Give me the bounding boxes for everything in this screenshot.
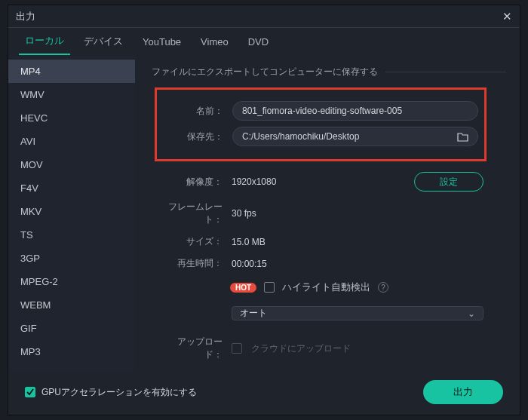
sidebar-item-mpeg2[interactable]: MPEG-2 (8, 270, 135, 293)
size-label: サイズ： (162, 235, 223, 248)
framerate-value: 30 fps (232, 208, 256, 219)
tab-device[interactable]: デバイス (78, 29, 129, 54)
export-button[interactable]: 出力 (423, 380, 503, 404)
window-title: 出力 (16, 10, 35, 23)
sidebar-item-3gp[interactable]: 3GP (8, 247, 135, 270)
cloud-label: クラウドにアップロード (251, 342, 351, 355)
folder-icon[interactable] (457, 132, 468, 142)
sidebar-item-wmv[interactable]: WMV (8, 83, 135, 106)
tab-vimeo[interactable]: Vimeo (195, 30, 235, 54)
sidebar-item-mp4[interactable]: MP4 (8, 60, 135, 83)
gpu-checkbox[interactable] (25, 387, 35, 397)
highlight-checkbox[interactable] (264, 282, 275, 293)
format-sidebar: MP4 WMV HEVC AVI MOV F4V MKV TS 3GP MPEG… (8, 55, 135, 371)
highlight-label: ハイライト自動検出 (282, 281, 370, 294)
size-value: 15.0 MB (232, 237, 266, 247)
sidebar-item-mkv[interactable]: MKV (8, 200, 135, 223)
export-tabs: ローカル デバイス YouTube Vimeo DVD (8, 28, 520, 55)
sidebar-item-avi[interactable]: AVI (8, 130, 135, 153)
help-icon[interactable]: ? (378, 282, 388, 293)
name-value: 801_fiomora-video-editing-software-005 (242, 106, 468, 116)
chevron-down-icon: ⌄ (468, 308, 475, 319)
save-to-label: 保存先： (163, 130, 223, 143)
settings-button[interactable]: 設定 (414, 172, 483, 192)
auto-select[interactable]: オート ⌄ (232, 306, 483, 320)
sidebar-item-webm[interactable]: WEBM (8, 293, 135, 317)
sidebar-item-ts[interactable]: TS (8, 223, 135, 247)
sidebar-item-gif[interactable]: GIF (8, 317, 135, 340)
tab-dvd[interactable]: DVD (242, 30, 275, 54)
name-field[interactable]: 801_fiomora-video-editing-software-005 (232, 101, 478, 121)
framerate-label: フレームレート： (162, 201, 223, 226)
close-icon[interactable]: ✕ (502, 10, 512, 23)
section-heading: ファイルにエクスポートしてコンピューターに保存する (152, 66, 378, 78)
resolution-label: 解像度： (162, 176, 223, 189)
auto-select-value: オート (240, 307, 267, 320)
sidebar-item-mov[interactable]: MOV (8, 153, 135, 176)
tab-local[interactable]: ローカル (19, 28, 70, 55)
hot-badge: HOT (230, 283, 256, 293)
highlighted-fields: 名前： 801_fiomora-video-editing-software-0… (155, 87, 487, 161)
duration-value: 00:00:15 (232, 259, 267, 269)
sidebar-item-hevc[interactable]: HEVC (8, 106, 135, 130)
upload-label: アップロード： (162, 336, 223, 361)
divider (385, 72, 506, 72)
duration-label: 再生時間： (162, 257, 223, 270)
gpu-label: GPUアクセラレーションを有効にする (41, 386, 197, 399)
sidebar-item-f4v[interactable]: F4V (8, 176, 135, 200)
export-settings-panel: ファイルにエクスポートしてコンピューターに保存する 名前： 801_fiomor… (135, 55, 520, 371)
sidebar-item-mp3[interactable]: MP3 (8, 340, 135, 363)
name-label: 名前： (163, 105, 223, 118)
save-to-field[interactable]: C:/Users/hamochiku/Desktop (232, 127, 478, 146)
save-to-value: C:/Users/hamochiku/Desktop (242, 131, 457, 142)
tab-youtube[interactable]: YouTube (137, 30, 187, 54)
cloud-checkbox (232, 343, 242, 354)
resolution-value: 1920x1080 (232, 176, 276, 187)
